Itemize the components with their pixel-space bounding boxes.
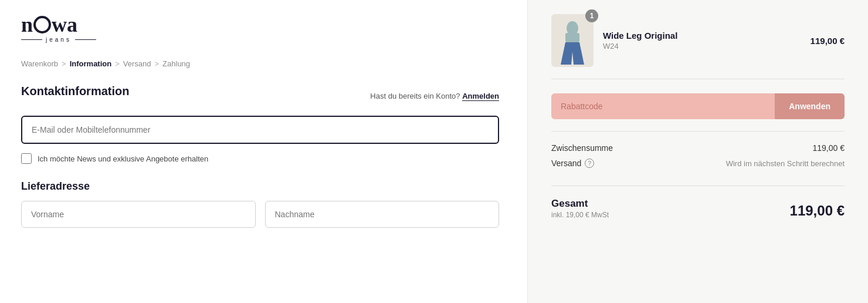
logo-dash-right (75, 39, 96, 40)
name-row (21, 201, 499, 228)
product-variant: W24 (603, 42, 801, 51)
discount-apply-button[interactable]: Anwenden (775, 93, 845, 119)
logo: n wa jeans (21, 14, 499, 43)
product-image-wrap: 1 (551, 14, 594, 67)
subtotal-line: Zwischensumme 119,00 € (551, 143, 845, 153)
newsletter-checkbox[interactable] (21, 153, 32, 164)
product-row: 1 Wide Leg Original W24 119,00 € (551, 14, 845, 79)
total-row: Gesamt inkl. 19,00 € MwSt 119,00 € (551, 198, 845, 219)
subtotal-value: 119,00 € (813, 143, 845, 153)
breadcrumb-warenkorb[interactable]: Warenkorb (21, 59, 58, 68)
total-amount: 119,00 € (790, 203, 845, 219)
svg-rect-2 (565, 33, 579, 42)
login-hint: Hast du bereits ein Konto? Anmelden (370, 92, 499, 100)
login-link[interactable]: Anmelden (462, 92, 499, 101)
order-summary: 1 Wide Leg Original W24 119,00 € Anwende… (528, 0, 868, 303)
email-input-wrapper[interactable] (21, 116, 499, 144)
contact-section: Kontaktinformation Hast du bereits ein K… (21, 85, 499, 164)
shipping-section: Lieferadresse (21, 180, 499, 228)
total-label: Gesamt (551, 198, 609, 210)
product-info: Wide Leg Original W24 (603, 31, 801, 51)
discount-input[interactable] (551, 93, 775, 119)
breadcrumb-zahlung[interactable]: Zahlung (162, 59, 190, 68)
product-price: 119,00 € (811, 36, 845, 46)
shipping-help-icon[interactable]: ? (585, 159, 594, 168)
logo-dash-left (21, 39, 42, 40)
logo-letter-n: n (21, 14, 33, 35)
logo-o-ring (33, 16, 51, 33)
shipping-note: Wird im nächsten Schritt berechnet (726, 159, 845, 168)
email-input[interactable] (32, 125, 489, 134)
breadcrumb: Warenkorb > Information > Versand > Zahl… (21, 59, 499, 68)
newsletter-label: Ich möchte News und exklusive Angebote e… (38, 154, 208, 163)
breadcrumb-information[interactable]: Information (70, 59, 112, 68)
firstname-input[interactable] (31, 210, 246, 219)
shipping-label-row: Versand ? (551, 159, 594, 168)
contact-section-title: Kontaktinformation (21, 85, 129, 98)
newsletter-row: Ich möchte News und exklusive Angebote e… (21, 153, 499, 164)
shipping-section-title: Lieferadresse (21, 180, 499, 193)
logo-letters-wa: wa (52, 14, 77, 35)
product-image-svg (555, 16, 590, 65)
breadcrumb-sep-3: > (155, 59, 160, 68)
lastname-input[interactable] (275, 210, 490, 219)
breadcrumb-sep-2: > (115, 59, 120, 68)
shipping-line: Versand ? Wird im nächsten Schritt berec… (551, 159, 845, 168)
lastname-field[interactable] (265, 201, 500, 228)
breadcrumb-sep-1: > (62, 59, 66, 68)
summary-rows: Zwischensumme 119,00 € Versand ? Wird im… (551, 143, 845, 186)
product-name: Wide Leg Original (603, 31, 801, 41)
product-badge: 1 (585, 9, 598, 22)
subtotal-label: Zwischensumme (551, 143, 613, 153)
total-label-block: Gesamt inkl. 19,00 € MwSt (551, 198, 609, 219)
logo-jeans-text: jeans (46, 36, 72, 43)
discount-row: Anwenden (551, 93, 845, 132)
product-image (551, 14, 594, 67)
firstname-field[interactable] (21, 201, 256, 228)
shipping-label: Versand (551, 159, 581, 168)
breadcrumb-versand[interactable]: Versand (123, 59, 151, 68)
total-vat: inkl. 19,00 € MwSt (551, 211, 609, 219)
